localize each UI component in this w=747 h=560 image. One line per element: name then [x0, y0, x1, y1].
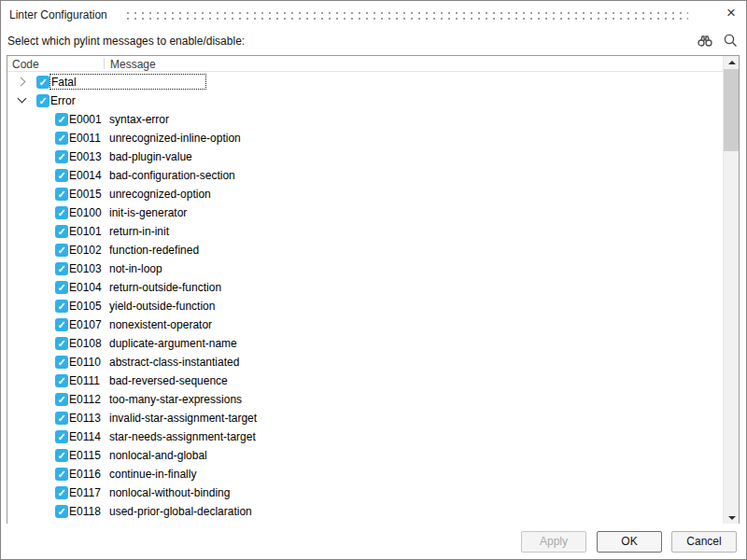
checkbox-checked[interactable]: ✓ [55, 188, 68, 201]
checkbox-checked[interactable]: ✓ [36, 94, 49, 107]
check-icon: ✓ [55, 262, 68, 275]
checkbox-checked[interactable]: ✓ [55, 468, 68, 481]
message-code: E0110 [69, 356, 101, 369]
message-name: function-redefined [109, 244, 199, 257]
check-icon: ✓ [55, 486, 68, 499]
checkbox-checked[interactable]: ✓ [55, 225, 68, 238]
check-icon: ✓ [55, 300, 68, 313]
check-icon: ✓ [36, 94, 49, 107]
checkbox-checked[interactable]: ✓ [55, 486, 68, 499]
checkbox-checked[interactable]: ✓ [55, 318, 68, 331]
message-code: E0114 [69, 430, 101, 443]
checkbox-checked[interactable]: ✓ [55, 337, 68, 350]
checkbox-checked[interactable]: ✓ [55, 505, 68, 518]
tree-group-row[interactable]: ✓Fatal [7, 73, 723, 91]
checkbox-checked[interactable]: ✓ [55, 300, 68, 313]
message-name: abstract-class-instantiated [109, 356, 239, 369]
message-name: bad-configuration-section [109, 169, 235, 182]
checkbox-checked[interactable]: ✓ [55, 150, 68, 163]
tree-message-row[interactable]: ✓E0104return-outside-function [7, 278, 723, 297]
tree-message-row[interactable]: ✓E0011unrecognized-inline-option [7, 129, 723, 147]
checkbox-checked[interactable]: ✓ [55, 281, 68, 294]
checkbox-checked[interactable]: ✓ [55, 356, 68, 369]
cancel-button[interactable]: Cancel [671, 531, 737, 553]
tree-message-row[interactable]: ✓E0118used-prior-global-declaration [7, 502, 723, 521]
message-name: init-is-generator [109, 206, 187, 219]
message-name: not-in-loop [109, 262, 162, 275]
message-code: E0113 [69, 412, 101, 425]
tree-message-row[interactable]: ✓E0116continue-in-finally [7, 465, 723, 483]
message-code: E0102 [69, 244, 102, 257]
apply-button[interactable]: Apply [521, 531, 586, 553]
button-bar: Apply OK Cancel [1, 524, 746, 559]
check-icon: ✓ [55, 206, 68, 219]
checkbox-checked[interactable]: ✓ [55, 206, 68, 219]
tree-message-row[interactable]: ✓E0101return-in-init [7, 222, 723, 241]
tree-message-row[interactable]: ✓E0107nonexistent-operator [7, 315, 723, 334]
checkbox-checked[interactable]: ✓ [55, 113, 68, 126]
tree-message-row[interactable]: ✓E0013bad-plugin-value [7, 147, 723, 166]
message-name: duplicate-argument-name [109, 337, 237, 350]
checkbox-checked[interactable]: ✓ [55, 262, 68, 275]
scroll-up-button[interactable] [724, 56, 740, 69]
message-name: bad-plugin-value [109, 150, 192, 163]
column-header-code[interactable]: Code [12, 58, 39, 71]
column-header-message[interactable]: Message [110, 58, 156, 71]
message-code: E0103 [69, 262, 102, 275]
checkbox-checked[interactable]: ✓ [55, 430, 68, 443]
tree-message-row[interactable]: ✓E0110abstract-class-instantiated [7, 353, 723, 371]
message-code: E0011 [69, 132, 101, 145]
tree-message-row[interactable]: ✓E0001syntax-error [7, 110, 723, 129]
scrollbar-thumb[interactable] [724, 69, 739, 151]
tree-message-row[interactable]: ✓E0112too-many-star-expressions [7, 390, 723, 409]
message-code: E0013 [69, 150, 102, 163]
check-icon: ✓ [55, 337, 68, 350]
message-code: E0015 [69, 188, 102, 201]
group-label[interactable]: Fatal [49, 74, 206, 90]
vertical-scrollbar[interactable] [723, 56, 739, 525]
checkbox-checked[interactable]: ✓ [55, 449, 68, 462]
check-icon: ✓ [55, 169, 68, 182]
tree-message-row[interactable]: ✓E0100init-is-generator [7, 203, 723, 222]
message-name: return-in-init [109, 225, 169, 238]
chevron-down-icon[interactable] [18, 94, 27, 104]
titlebar[interactable]: Linter Configuration × [1, 1, 746, 29]
checkbox-checked[interactable]: ✓ [55, 393, 68, 406]
message-code: E0117 [69, 486, 101, 499]
checkbox-checked[interactable]: ✓ [55, 244, 68, 257]
message-code: E0116 [69, 468, 101, 481]
tree-message-row[interactable]: ✓E0103not-in-loop [7, 259, 723, 278]
binoculars-icon[interactable] [697, 33, 713, 49]
ok-button[interactable]: OK [597, 531, 662, 553]
search-icon[interactable] [723, 33, 739, 49]
close-icon[interactable]: × [722, 3, 740, 23]
tree-message-row[interactable]: ✓E0114star-needs-assignment-target [7, 427, 723, 446]
tree-message-row[interactable]: ✓E0102function-redefined [7, 241, 723, 259]
check-icon: ✓ [55, 132, 68, 145]
titlebar-grip-dots[interactable] [124, 10, 688, 21]
chevron-right-icon[interactable] [17, 77, 26, 87]
tree-message-row[interactable]: ✓E0014bad-configuration-section [7, 166, 723, 185]
check-icon: ✓ [55, 225, 68, 238]
checkbox-checked[interactable]: ✓ [55, 374, 68, 387]
tree-message-row[interactable]: ✓E0115nonlocal-and-global [7, 446, 723, 465]
tree-message-row[interactable]: ✓E0117nonlocal-without-binding [7, 483, 723, 502]
tree-message-row[interactable]: ✓E0111bad-reversed-sequence [7, 371, 723, 390]
tree-message-row[interactable]: ✓E0108duplicate-argument-name [7, 334, 723, 353]
scroll-down-button[interactable] [724, 511, 740, 525]
checkbox-checked[interactable]: ✓ [55, 169, 68, 182]
message-code: E0014 [69, 169, 102, 182]
checkbox-checked[interactable]: ✓ [55, 132, 68, 145]
checkbox-checked[interactable]: ✓ [55, 412, 68, 425]
tree-group-row[interactable]: ✓Error [7, 91, 723, 110]
message-name: unrecognized-option [109, 188, 211, 201]
message-name: syntax-error [109, 113, 169, 126]
check-icon: ✓ [55, 113, 68, 126]
tree-message-row[interactable]: ✓E0105yield-outside-function [7, 297, 723, 315]
tree-message-row[interactable]: ✓E0113invalid-star-assignment-target [7, 409, 723, 427]
check-icon: ✓ [55, 318, 68, 331]
checkbox-checked[interactable]: ✓ [36, 76, 49, 89]
group-label[interactable]: Error [50, 94, 76, 107]
tree-message-row[interactable]: ✓E0015unrecognized-option [7, 185, 723, 203]
tree-rows: ✓Fatal✓Error✓E0001syntax-error✓E0011unre… [7, 73, 723, 525]
